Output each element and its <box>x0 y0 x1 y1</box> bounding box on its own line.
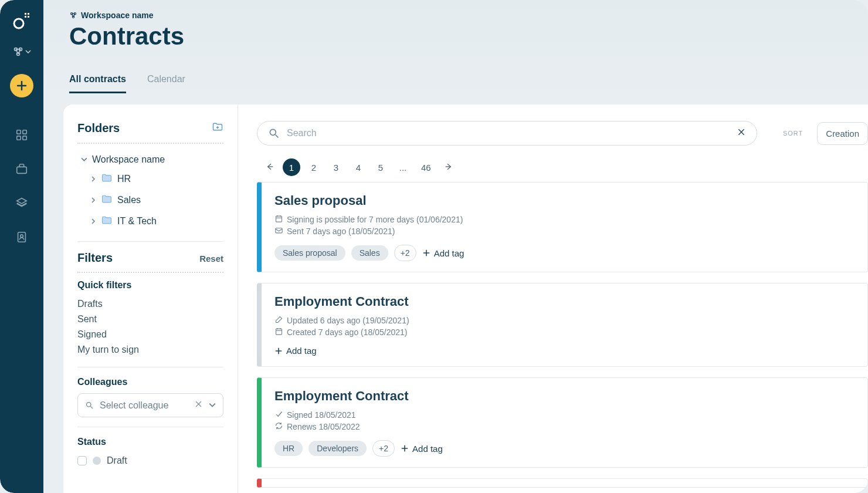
contract-card[interactable]: Employment ContractSigned 18/05/2021Rene… <box>257 377 868 468</box>
contract-title: Sales proposal <box>274 193 855 208</box>
colleague-select[interactable]: Select colleague <box>77 393 223 417</box>
folder-item[interactable]: IT & Tech <box>77 211 223 232</box>
contract-card[interactable] <box>257 478 868 488</box>
status-label: Draft <box>107 455 127 466</box>
status-row[interactable]: Draft <box>77 453 223 468</box>
colleague-placeholder: Select colleague <box>100 400 188 411</box>
quick-filter-item[interactable]: Signed <box>77 327 223 342</box>
plus-icon <box>401 444 409 453</box>
add-folder-icon <box>212 121 223 133</box>
svg-rect-1 <box>25 13 26 15</box>
svg-rect-4 <box>25 16 26 18</box>
page-number-button[interactable]: 4 <box>350 158 367 176</box>
folder-item[interactable]: Sales <box>77 190 223 211</box>
folder-icon <box>101 172 113 186</box>
page-title: Contracts <box>69 22 842 50</box>
contract-meta-line: Signed 18/05/2021 <box>274 410 855 420</box>
tag-pill[interactable]: HR <box>274 441 303 456</box>
quick-filters-heading: Quick filters <box>77 280 223 291</box>
search-icon <box>268 127 280 139</box>
plus-icon <box>274 347 283 355</box>
add-folder-button[interactable] <box>212 121 223 136</box>
svg-rect-39 <box>276 329 282 335</box>
tag-pill[interactable]: Developers <box>308 441 367 456</box>
svg-rect-13 <box>17 136 21 140</box>
svg-rect-2 <box>28 13 29 15</box>
contacts-nav-icon[interactable] <box>10 225 33 249</box>
page-number-button[interactable]: ... <box>394 158 412 176</box>
page-next-button[interactable] <box>440 162 457 173</box>
workspace-switcher[interactable] <box>12 45 31 58</box>
filters-heading: Filters <box>77 251 113 265</box>
chevron-right-icon <box>90 175 96 184</box>
svg-point-24 <box>87 403 91 407</box>
clear-search-button[interactable] <box>737 127 746 139</box>
svg-rect-14 <box>23 136 26 140</box>
tag-pill[interactable]: Sales proposal <box>274 245 345 261</box>
search-input[interactable] <box>287 128 730 139</box>
status-checkbox[interactable] <box>77 456 87 465</box>
briefcase-nav-icon[interactable] <box>10 157 33 181</box>
chevron-down-icon <box>25 45 31 58</box>
chevron-down-icon <box>209 400 216 411</box>
workspace-icon <box>69 11 77 19</box>
contract-card[interactable]: Employment ContractUpdated 6 days ago (1… <box>257 283 868 367</box>
add-tag-button[interactable]: Add tag <box>274 346 317 356</box>
folder-root-label: Workspace name <box>92 154 165 165</box>
contract-meta-line: Signing is possible for 7 more days (01/… <box>274 214 855 225</box>
tab-all-contracts[interactable]: All contracts <box>69 74 126 93</box>
svg-point-17 <box>21 235 23 238</box>
contract-card[interactable]: Sales proposalSigning is possible for 7 … <box>257 182 868 272</box>
more-tags-pill[interactable]: +2 <box>372 440 395 457</box>
more-tags-pill[interactable]: +2 <box>394 245 416 261</box>
quick-filter-item[interactable]: My turn to sign <box>77 342 223 357</box>
tab-calendar[interactable]: Calendar <box>147 74 185 93</box>
layers-nav-icon[interactable] <box>10 191 33 215</box>
search-box[interactable] <box>257 121 757 146</box>
contract-title: Employment Contract <box>274 389 855 404</box>
calendar-icon <box>274 327 283 337</box>
colleagues-heading: Colleagues <box>77 377 223 387</box>
contract-title: Employment Contract <box>274 294 855 309</box>
refresh-icon <box>274 421 283 432</box>
tag-pill[interactable]: Sales <box>351 245 388 261</box>
quick-filter-item[interactable]: Drafts <box>77 296 223 312</box>
folders-heading: Folders <box>77 121 120 135</box>
svg-point-0 <box>14 19 23 28</box>
folder-item[interactable]: HR <box>77 168 223 190</box>
breadcrumb[interactable]: Workspoace name <box>69 11 842 20</box>
sort-label: SORT <box>783 130 803 137</box>
contract-meta-line: Renews 18/05/2022 <box>274 421 855 432</box>
contract-meta-line: Updated 6 days ago (19/05/2021) <box>274 315 855 326</box>
folder-icon <box>101 193 113 207</box>
reset-filters-button[interactable]: Reset <box>199 254 223 264</box>
page-number-button[interactable]: 46 <box>416 158 436 176</box>
breadcrumb-label: Workspoace name <box>81 11 153 20</box>
search-icon <box>85 401 94 410</box>
svg-rect-3 <box>28 16 29 18</box>
page-number-button[interactable]: 1 <box>283 158 300 176</box>
app-logo[interactable] <box>12 11 32 35</box>
add-tag-button[interactable]: Add tag <box>401 444 443 454</box>
sort-select[interactable]: Creation <box>817 122 868 145</box>
add-tag-button[interactable]: Add tag <box>422 248 464 258</box>
page-prev-button[interactable] <box>262 162 278 173</box>
svg-rect-11 <box>17 130 21 134</box>
folder-label: HR <box>117 174 131 184</box>
chevron-down-icon <box>81 156 87 164</box>
folder-root[interactable]: Workspace name <box>77 151 223 168</box>
svg-rect-15 <box>17 167 27 173</box>
page-number-button[interactable]: 3 <box>327 158 345 176</box>
mail-icon <box>274 226 283 237</box>
page-number-button[interactable]: 2 <box>305 158 323 176</box>
create-button[interactable] <box>10 74 33 97</box>
svg-point-28 <box>270 129 276 135</box>
dashboard-nav-icon[interactable] <box>10 123 33 147</box>
svg-line-25 <box>90 406 93 408</box>
page-number-button[interactable]: 5 <box>372 158 389 176</box>
clear-icon[interactable] <box>194 400 203 411</box>
quick-filter-item[interactable]: Sent <box>77 312 223 327</box>
svg-rect-12 <box>23 130 26 134</box>
check-icon <box>274 410 283 420</box>
chevron-right-icon <box>90 217 96 226</box>
